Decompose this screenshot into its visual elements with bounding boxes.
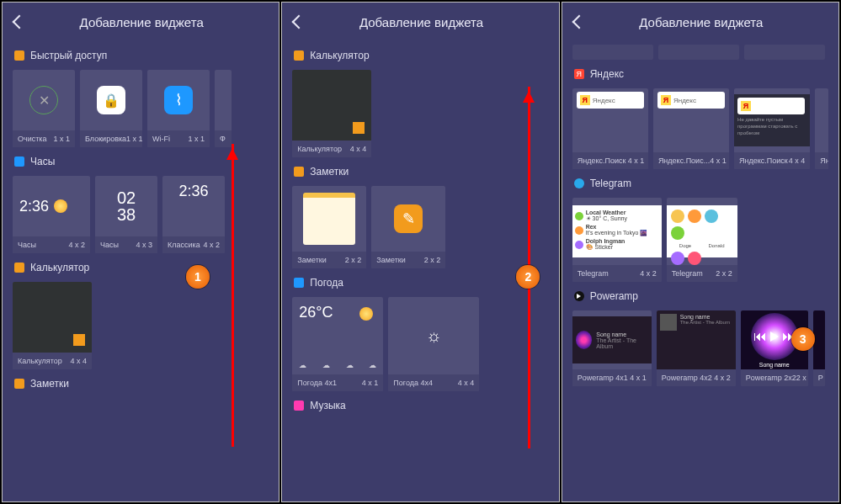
section-title: Заметки <box>30 378 69 390</box>
panel-1: Добавление виджета Быстрый доступ ✕ Очис… <box>2 2 279 502</box>
section-icon <box>294 50 304 61</box>
widget-poweramp-4[interactable]: P <box>813 310 825 386</box>
section-quick-access: Быстрый доступ ✕ Очистка1 x 1 🔒 Блокиров… <box>3 50 279 147</box>
section-notes: Заметки <box>3 378 279 390</box>
widget-yandex-2[interactable]: ЯЯндекс Яндекс.Поис...4 x 1 <box>653 88 729 169</box>
widget-weather-2[interactable]: ☼ Погода 4x44 x 4 <box>388 297 479 391</box>
section-icon <box>14 379 24 389</box>
widget-clock-1[interactable]: 2:36 Часы4 x 2 <box>13 176 90 253</box>
back-icon[interactable] <box>572 15 586 29</box>
page-title: Добавление виджета <box>609 15 793 29</box>
widget-yandex-1[interactable]: ЯЯндекс Яндекс.Поиск 4 x 1 <box>572 88 648 169</box>
section-prev <box>562 45 838 60</box>
widget-calculator[interactable]: Калькулятор4 x 4 <box>292 70 371 157</box>
sun-outline-icon: ☼ <box>388 297 479 374</box>
section-telegram: Telegram Local Weather☀ 30° C, Sunny Rex… <box>562 178 838 282</box>
widget-yandex-4[interactable]: Ян <box>815 88 828 169</box>
panel-3: Добавление виджета ЯЯндекс ЯЯндекс Яндек… <box>562 2 839 502</box>
widget-poweramp-1[interactable]: Song nameThe Artist - The Album Poweramp… <box>572 310 652 386</box>
step-badge-1: 1 <box>186 265 210 289</box>
sun-icon <box>359 307 373 321</box>
pencil-icon: ✎ <box>394 204 423 233</box>
widget-clock-3[interactable]: 2:36 Классика4 x 2 <box>162 176 225 253</box>
sun-icon <box>54 199 67 213</box>
poweramp-icon <box>574 291 584 301</box>
section-title: Telegram <box>590 178 631 189</box>
section-music: Музыка <box>282 400 558 411</box>
section-title: Музыка <box>310 400 345 411</box>
header: Добавление виджета <box>562 3 838 41</box>
widget-telegram-1[interactable]: Local Weather☀ 30° C, Sunny RexIt's even… <box>572 198 662 282</box>
widget-yandex-3[interactable]: ЯНе давайте пустым программам стартовать… <box>734 88 810 169</box>
arrow-1 <box>232 144 234 447</box>
section-title: Быстрый доступ <box>30 50 107 61</box>
section-title: Яндекс <box>590 68 624 80</box>
panel-2: Добавление виджета Калькулятор Калькулят… <box>281 2 559 502</box>
section-icon <box>294 401 304 411</box>
widget-lock[interactable]: 🔒 Блокировка1 x 1 <box>80 70 142 147</box>
page-title: Добавление виджета <box>50 15 233 29</box>
widget-poweramp-2[interactable]: Song nameThe Artist - The Album Poweramp… <box>657 310 736 386</box>
widget-cleanup[interactable]: ✕ Очистка1 x 1 <box>13 70 75 147</box>
section-yandex: ЯЯндекс ЯЯндекс Яндекс.Поиск 4 x 1 ЯЯнде… <box>562 68 838 169</box>
section-icon <box>294 167 304 177</box>
wifi-icon: ⌇ <box>164 86 193 114</box>
section-title: Заметки <box>310 166 349 178</box>
section-calculator: Калькулятор Калькулятор4 x 4 <box>3 262 279 369</box>
back-icon[interactable] <box>13 15 27 29</box>
widget-partial[interactable]: Ф <box>215 70 232 147</box>
widget-weather-1[interactable]: 26°C☁☁☁☁ Погода 4x14 x 1 <box>292 297 383 391</box>
yandex-icon: Я <box>574 69 584 79</box>
section-icon <box>14 157 24 167</box>
back-icon[interactable] <box>292 15 306 29</box>
section-clock: Часы 2:36 Часы4 x 2 02 38 Часы4 x 3 2:36… <box>3 156 279 253</box>
calculator-icon <box>292 70 371 141</box>
section-title: Калькулятор <box>30 262 89 273</box>
widget-notes-1[interactable]: Заметки2 x 2 <box>292 186 366 268</box>
widget-telegram-2[interactable]: DogeDonald Telegram2 x 2 <box>667 198 737 282</box>
section-weather: Погода 26°C☁☁☁☁ Погода 4x14 x 1 ☼ Погода… <box>282 277 558 391</box>
header: Добавление виджета <box>282 3 558 41</box>
calculator-icon <box>13 282 92 353</box>
widget-calculator[interactable]: Калькулятор4 x 4 <box>13 282 92 369</box>
section-icon <box>294 278 304 288</box>
widget-wifi[interactable]: ⌇ Wi-Fi1 x 1 <box>147 70 210 147</box>
page-title: Добавление виджета <box>329 15 513 29</box>
section-notes: Заметки Заметки2 x 2 ✎ Заметки2 x 2 <box>282 166 558 268</box>
section-calculator: Калькулятор Калькулятор4 x 4 <box>282 50 558 157</box>
section-title: Калькулятор <box>310 50 369 61</box>
section-title: Погода <box>310 277 343 289</box>
lock-icon: 🔒 <box>97 86 125 114</box>
header: Добавление виджета <box>3 3 279 41</box>
telegram-icon <box>574 178 584 188</box>
section-title: Poweramp <box>590 290 638 302</box>
step-badge-3: 3 <box>791 327 815 351</box>
widget-clock-2[interactable]: 02 38 Часы4 x 3 <box>95 176 157 253</box>
widget-notes-2[interactable]: ✎ Заметки2 x 2 <box>371 186 445 268</box>
notes-icon <box>303 193 355 245</box>
section-icon <box>14 263 24 273</box>
section-title: Часы <box>30 156 55 167</box>
section-icon <box>14 50 24 61</box>
